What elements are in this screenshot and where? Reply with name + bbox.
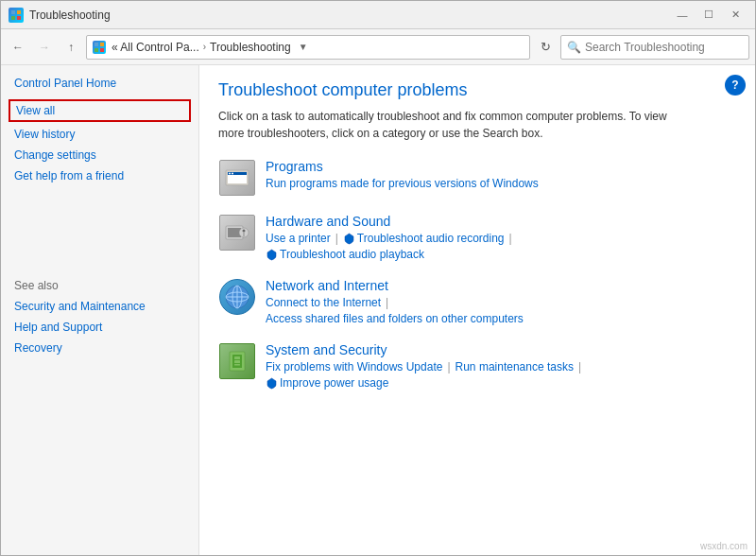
hardware-link-audio-playback[interactable]: Troubleshoot audio playback (280, 248, 424, 261)
content-title: Troubleshoot computer problems (218, 80, 736, 100)
svg-rect-7 (100, 48, 104, 52)
svg-rect-6 (94, 48, 98, 52)
programs-info: Programs Run programs made for previous … (266, 159, 736, 190)
svg-rect-3 (17, 16, 21, 20)
sidebar-links: View all View history Change settings Ge… (14, 99, 185, 184)
breadcrumb-current: Troubleshooting (210, 41, 291, 54)
back-button[interactable]: ← (7, 36, 29, 59)
programs-title[interactable]: Programs (266, 159, 323, 174)
category-security: System and Security Fix problems with Wi… (218, 342, 736, 390)
sidebar-link-get-help[interactable]: Get help from a friend (14, 167, 185, 184)
network-link-shared[interactable]: Access shared files and folders on other… (266, 312, 524, 325)
search-input[interactable] (585, 41, 743, 54)
svg-rect-5 (100, 43, 104, 46)
svg-rect-2 (11, 16, 15, 20)
svg-rect-26 (234, 360, 240, 363)
hardware-link-audio-recording[interactable]: Troubleshoot audio recording (357, 232, 505, 245)
programs-subtitle: Run programs made for previous versions … (266, 177, 539, 190)
hardware-links: Use a printer | Troubleshoot audio recor… (266, 232, 736, 245)
security-link-power[interactable]: Improve power usage (280, 376, 388, 390)
svg-rect-0 (11, 10, 15, 14)
hardware-info: Hardware and Sound Use a printer | Troub… (266, 214, 736, 261)
main-area: Control Panel Home View all View history… (1, 65, 755, 555)
sidebar-link-view-history[interactable]: View history (14, 126, 185, 143)
content-area: ? Troubleshoot computer problems Click o… (199, 65, 755, 555)
search-icon: 🔍 (567, 41, 581, 54)
security-link-maintenance[interactable]: Run maintenance tasks (455, 360, 574, 374)
minimize-button[interactable]: — (670, 6, 695, 25)
breadcrumb-separator: › (203, 42, 206, 52)
category-programs: Programs Run programs made for previous … (218, 159, 736, 197)
window: Troubleshooting — ☐ ✕ ← → ↑ « All Contro… (0, 0, 756, 556)
sidebar-link-change-settings[interactable]: Change settings (14, 147, 185, 164)
security-info: System and Security Fix problems with Wi… (266, 342, 736, 390)
help-button[interactable]: ? (725, 75, 746, 96)
category-network: Network and Internet Connect to the Inte… (218, 278, 736, 325)
security-links-2: Improve power usage (266, 376, 736, 390)
security-icon (218, 342, 256, 380)
network-links: Connect to the Internet | (266, 296, 736, 309)
window-title: Troubleshooting (29, 9, 111, 22)
title-controls: — ☐ ✕ (670, 6, 747, 25)
security-links: Fix problems with Windows Update | Run m… (266, 360, 736, 374)
breadcrumb-dropdown-icon[interactable]: ▼ (299, 42, 308, 52)
svg-point-16 (243, 230, 246, 233)
sidebar-see-also-section: See also Security and Maintenance Help a… (14, 279, 185, 356)
content-description: Click on a task to automatically trouble… (218, 108, 672, 142)
search-box[interactable]: 🔍 (560, 35, 749, 60)
sidebar-link-recovery[interactable]: Recovery (14, 339, 185, 356)
hardware-title[interactable]: Hardware and Sound (266, 214, 390, 229)
shield-icon-power: Improve power usage (266, 376, 388, 390)
maximize-button[interactable]: ☐ (696, 6, 721, 25)
breadcrumb-prefix: « All Control Pa... (112, 41, 199, 54)
network-links-2: Access shared files and folders on other… (266, 312, 736, 325)
breadcrumb-icon (93, 41, 106, 54)
hardware-links-2: Troubleshoot audio playback (266, 248, 736, 261)
address-bar: ← → ↑ « All Control Pa... › Troubleshoot… (1, 29, 755, 65)
title-bar: Troubleshooting — ☐ ✕ (1, 1, 755, 29)
see-also-label: See also (14, 279, 185, 292)
svg-point-12 (232, 173, 233, 175)
sidebar: Control Panel Home View all View history… (1, 65, 199, 555)
svg-point-11 (229, 173, 231, 175)
programs-icon (218, 159, 256, 197)
control-panel-icon (9, 8, 24, 23)
svg-rect-27 (234, 364, 240, 366)
security-link-windows-update[interactable]: Fix problems with Windows Update (266, 360, 442, 374)
breadcrumb[interactable]: « All Control Pa... › Troubleshooting ▼ (86, 35, 530, 60)
sidebar-link-view-all[interactable]: View all (9, 99, 191, 122)
sidebar-home-link[interactable]: Control Panel Home (14, 77, 185, 90)
watermark: wsxdn.com (700, 541, 747, 551)
shield-icon-audio-playback: Troubleshoot audio playback (266, 248, 424, 261)
network-icon (218, 278, 256, 316)
up-button[interactable]: ↑ (60, 36, 82, 59)
programs-desc: Run programs made for previous versions … (266, 177, 736, 190)
title-bar-left: Troubleshooting (9, 8, 111, 23)
shield-icon-audio-recording: Troubleshoot audio recording (343, 232, 505, 245)
close-button[interactable]: ✕ (723, 6, 747, 25)
svg-rect-1 (17, 10, 21, 14)
forward-button[interactable]: → (33, 36, 56, 59)
sidebar-link-help-support[interactable]: Help and Support (14, 319, 185, 336)
network-info: Network and Internet Connect to the Inte… (266, 278, 736, 325)
hardware-link-printer[interactable]: Use a printer (266, 232, 331, 245)
svg-rect-4 (94, 43, 98, 46)
refresh-button[interactable]: ↻ (534, 36, 557, 59)
security-title[interactable]: System and Security (266, 342, 387, 357)
network-link-connect[interactable]: Connect to the Internet (266, 296, 381, 309)
svg-rect-25 (234, 356, 240, 359)
category-hardware: Hardware and Sound Use a printer | Troub… (218, 214, 736, 261)
hardware-icon (218, 214, 256, 252)
sidebar-link-security[interactable]: Security and Maintenance (14, 298, 185, 315)
network-title[interactable]: Network and Internet (266, 278, 388, 293)
